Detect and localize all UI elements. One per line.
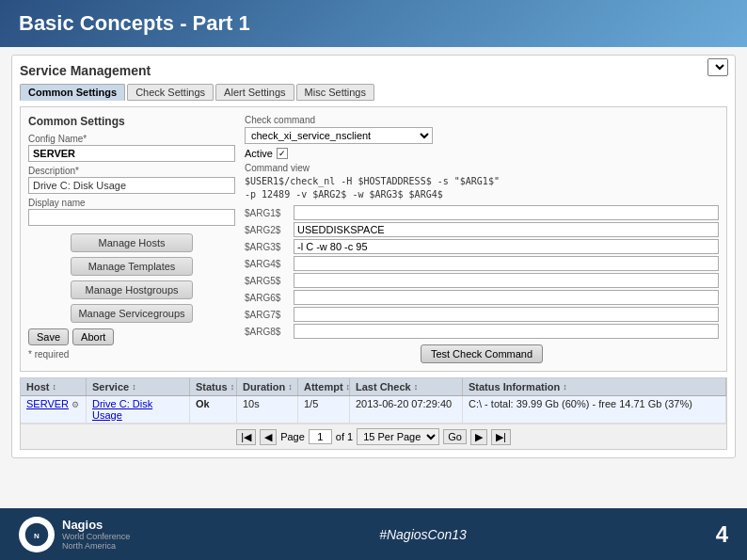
test-check-command-button[interactable]: Test Check Command (421, 344, 543, 363)
top-right-dropdown-container (707, 58, 728, 76)
arg4-label: $ARG4$ (245, 259, 290, 269)
prev-page-button[interactable]: ◀ (260, 429, 277, 445)
of-label: of 1 (336, 431, 353, 442)
tab-common-settings[interactable]: Common Settings (20, 84, 125, 101)
form-area: Common Settings Config Name* Description… (20, 106, 727, 372)
host-link[interactable]: SERVER (26, 398, 69, 409)
tab-misc-settings[interactable]: Misc Settings (296, 84, 374, 101)
left-panel: Common Settings Config Name* Description… (28, 115, 235, 363)
next-page-button[interactable]: ▶ (470, 429, 487, 445)
th-last-check: Last Check ↕ (350, 378, 463, 395)
tab-alert-settings[interactable]: Alert Settings (215, 84, 294, 101)
manage-servicegroups-button[interactable]: Manage Servicegroups (71, 304, 193, 323)
command-view-text: $USER1$/check_nl -H $HOSTADDRESS$ -s "$A… (245, 175, 719, 201)
check-command-label: Check command (245, 115, 719, 125)
arg3-label: $ARG3$ (245, 242, 290, 252)
sort-duration-icon[interactable]: ↕ (288, 382, 293, 392)
config-name-label: Config Name* (28, 134, 235, 144)
footer-page-number: 4 (716, 521, 728, 548)
description-label: Description* (28, 166, 235, 176)
nagios-logo: N (19, 517, 55, 552)
arg3-input[interactable] (294, 239, 719, 254)
manage-hostgroups-button[interactable]: Manage Hostgroups (71, 280, 193, 299)
td-last-check: 2013-06-20 07:29:40 (350, 396, 463, 423)
sort-lastcheck-icon[interactable]: ↕ (414, 382, 419, 392)
arg7-input[interactable] (294, 307, 719, 322)
arg5-row: $ARG5$ (245, 273, 719, 288)
active-label: Active (245, 148, 273, 159)
top-right-dropdown[interactable] (707, 58, 728, 76)
sort-status-icon[interactable]: ↕ (230, 382, 235, 392)
arg2-row: $ARG2$ (245, 222, 719, 237)
last-page-button[interactable]: ▶| (491, 429, 511, 445)
arg8-input[interactable] (294, 324, 719, 339)
arg2-input[interactable] (294, 222, 719, 237)
td-host: SERVER ⚙ (21, 396, 87, 423)
config-name-input[interactable] (28, 145, 235, 162)
td-attempt: 1/5 (298, 396, 350, 423)
tab-check-settings[interactable]: Check Settings (127, 84, 214, 101)
arg8-row: $ARG8$ (245, 324, 719, 339)
footer-brand: Nagios (62, 518, 130, 532)
th-host: Host ↕ (21, 378, 87, 395)
page-label: Page (280, 431, 305, 442)
service-link[interactable]: Drive C: Disk Usage (92, 398, 152, 421)
main-content: Service Management Common Settings Check… (0, 47, 747, 508)
tabs-bar: Common Settings Check Settings Alert Set… (20, 84, 727, 101)
footer: N Nagios World ConferenceNorth America #… (0, 508, 747, 560)
active-row: Active ✓ (245, 148, 719, 159)
th-status: Status ↕ (190, 378, 237, 395)
td-service: Drive C: Disk Usage (87, 396, 190, 423)
table-row: SERVER ⚙ Drive C: Disk Usage Ok 10s 1/5 … (21, 396, 726, 424)
service-management-panel: Service Management Common Settings Check… (11, 55, 736, 458)
th-duration: Duration ↕ (237, 378, 298, 395)
display-name-input[interactable] (28, 209, 235, 226)
right-panel: Check command check_xi_service_nsclient … (245, 115, 719, 363)
arg8-label: $ARG8$ (245, 327, 290, 337)
td-status-info: C:\ - total: 39.99 Gb (60%) - free 14.71… (463, 396, 726, 423)
footer-logo-text: Nagios World ConferenceNorth America (62, 518, 130, 551)
th-attempt: Attempt ↕ (298, 378, 350, 395)
abort-button[interactable]: Abort (72, 328, 114, 345)
check-command-select-row: check_xi_service_nsclient (245, 127, 719, 144)
host-icon: ⚙ (72, 400, 79, 409)
td-duration: 10s (237, 396, 298, 423)
nagios-logo-svg: N (24, 521, 50, 548)
first-page-button[interactable]: |◀ (236, 429, 256, 445)
td-status: Ok (190, 396, 237, 423)
arg3-row: $ARG3$ (245, 239, 719, 254)
arg6-label: $ARG6$ (245, 293, 290, 303)
sort-host-icon[interactable]: ↕ (52, 382, 56, 392)
panel-title: Service Management (20, 63, 727, 78)
page-number-input[interactable] (309, 429, 332, 444)
svg-text:N: N (34, 532, 40, 540)
sort-service-icon[interactable]: ↕ (132, 382, 136, 392)
arg5-label: $ARG5$ (245, 276, 290, 286)
check-command-select[interactable]: check_xi_service_nsclient (245, 127, 433, 144)
manage-hosts-button[interactable]: Manage Hosts (71, 233, 193, 252)
arg6-row: $ARG6$ (245, 290, 719, 305)
save-button[interactable]: Save (28, 328, 69, 345)
per-page-select[interactable]: 15 Per Page (357, 428, 439, 445)
go-button[interactable]: Go (443, 429, 467, 444)
pagination-bar: |◀ ◀ Page of 1 15 Per Page Go ▶ ▶| (21, 424, 726, 449)
arg1-input[interactable] (294, 205, 719, 220)
footer-hashtag: #NagiosCon13 (379, 527, 467, 542)
command-view-label: Command view (245, 163, 719, 173)
arg2-label: $ARG2$ (245, 225, 290, 235)
active-checkbox[interactable]: ✓ (277, 148, 288, 159)
sort-statusinfo-icon[interactable]: ↕ (563, 382, 567, 392)
required-note: * required (28, 349, 235, 360)
manage-templates-button[interactable]: Manage Templates (71, 257, 193, 276)
table-header: Host ↕ Service ↕ Status ↕ Duration ↕ Att… (21, 378, 726, 396)
description-input[interactable] (28, 177, 235, 194)
display-name-label: Display name (28, 198, 235, 208)
footer-logo-area: N Nagios World ConferenceNorth America (19, 517, 130, 552)
services-table: Host ↕ Service ↕ Status ↕ Duration ↕ Att… (20, 377, 727, 450)
arg1-label: $ARG1$ (245, 208, 290, 218)
arg7-row: $ARG7$ (245, 307, 719, 322)
arg4-input[interactable] (294, 256, 719, 271)
arg6-input[interactable] (294, 290, 719, 305)
arg5-input[interactable] (294, 273, 719, 288)
left-section-title: Common Settings (28, 115, 235, 128)
